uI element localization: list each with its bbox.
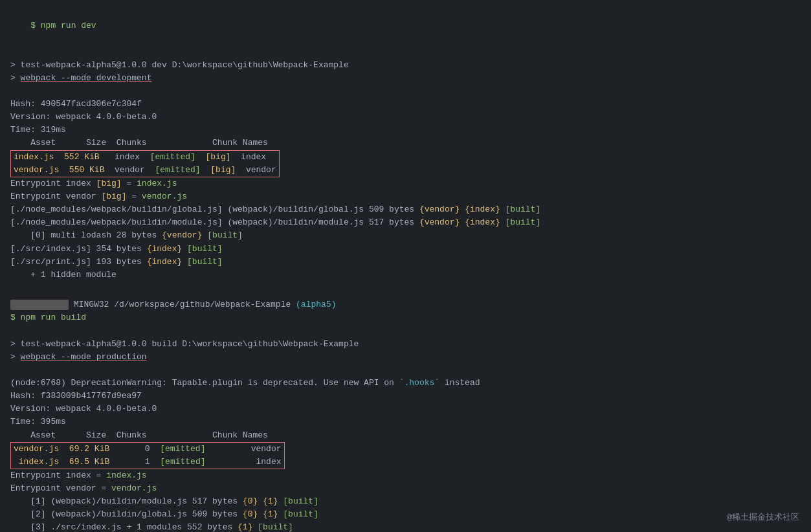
hash-line-2: Hash: f383009b417767d9ea97: [10, 390, 801, 403]
table-2: Asset Size Chunks Chunk Names vendor.js …: [10, 429, 801, 469]
output-line-1: > test-webpack-alpha5@1.0.0 dev D:\works…: [10, 59, 801, 72]
time-line: Time: 319ms: [10, 124, 801, 137]
table-2-row-2: index.js 69.5 KiB 1 [emitted] index: [14, 456, 282, 469]
table-2-header: Asset Size Chunks Chunk Names: [10, 429, 801, 442]
time-line-2: Time: 395ms: [10, 416, 801, 428]
module-b2: [2] (webpack)/buildin/global.js 509 byte…: [10, 508, 801, 521]
version-line: Version: webpack 4.0.0-beta.0: [10, 111, 801, 124]
version-line-2: Version: webpack 4.0.0-beta.0: [10, 403, 801, 416]
cmd-line-2: $ npm run build: [10, 311, 801, 324]
blank-3: [10, 285, 801, 298]
prompt-line: MINGW32 /d/workspace/github/Webpack-Exam…: [10, 298, 801, 311]
table-1-row-1: index.js 552 KiB index [emitted] [big] i…: [14, 151, 276, 164]
entrypoint-2: Entrypoint vendor [big] = vendor.js: [10, 190, 801, 203]
module-2: [./node_modules/webpack/buildin/module.j…: [10, 216, 801, 229]
deprecation-warning: (node:6768) DeprecationWarning: Tapable.…: [10, 377, 801, 390]
table-1-row-2: vendor.js 550 KiB vendor [emitted] [big]…: [14, 164, 276, 177]
table-1: Asset Size Chunks Chunk Names index.js 5…: [10, 137, 801, 177]
blank-2: [10, 85, 801, 98]
blank-5: [10, 364, 801, 377]
module-b1: [1] (webpack)/buildin/module.js 517 byte…: [10, 495, 801, 508]
table-2-row-1: vendor.js 69.2 KiB 0 [emitted] vendor: [14, 443, 282, 456]
module-4: [./src/index.js] 354 bytes {index} [buil…: [10, 243, 801, 256]
module-b3: [3] ./src/index.js + 1 modules 552 bytes…: [10, 521, 801, 532]
entrypoint-1: Entrypoint index [big] = index.js: [10, 177, 801, 190]
table-1-header: Asset Size Chunks Chunk Names: [10, 137, 801, 150]
output-line-3: > test-webpack-alpha5@1.0.0 build D:\wor…: [10, 338, 801, 351]
blank-1: [10, 45, 801, 58]
module-1: [./node_modules/webpack/buildin/global.j…: [10, 203, 801, 216]
module-3: [0] multi lodash 28 bytes {vendor} [buil…: [10, 229, 801, 242]
hash-line: Hash: 490547facd306e7c304f: [10, 98, 801, 111]
watermark: @稀土掘金技术社区: [727, 511, 799, 524]
output-line-4: > webpack --mode production: [10, 351, 801, 364]
module-5: [./src/print.js] 193 bytes {index} [buil…: [10, 256, 801, 269]
hidden-modules-1: + 1 hidden module: [10, 269, 801, 282]
entrypoint-3: Entrypoint index = index.js: [10, 469, 801, 482]
output-line-2: > webpack --mode development: [10, 72, 801, 85]
avatar: [10, 300, 69, 310]
table-1-box: index.js 552 KiB index [emitted] [big] i…: [10, 150, 280, 177]
blank-4: [10, 324, 801, 337]
table-2-box: vendor.js 69.2 KiB 0 [emitted] vendor in…: [10, 442, 285, 469]
cmd-line-1: $ npm run dev: [10, 6, 801, 45]
terminal: $ npm run dev > test-webpack-alpha5@1.0.…: [10, 6, 801, 532]
entrypoint-4: Entrypoint vendor = vendor.js: [10, 482, 801, 495]
